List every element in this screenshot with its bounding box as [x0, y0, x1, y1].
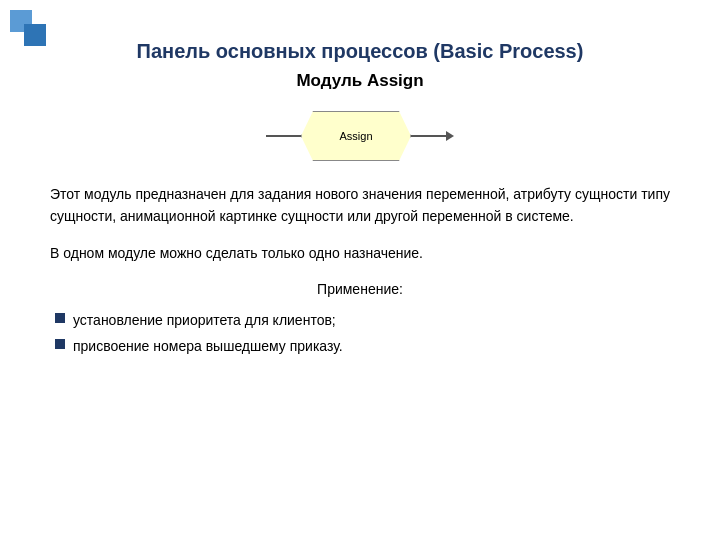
list-item: присвоение номера вышедшему приказу. [55, 335, 670, 357]
decoration-squares [10, 10, 46, 46]
connector-left [266, 135, 301, 137]
bullet-list: установление приоритета для клиентов; пр… [50, 309, 670, 358]
page: Панель основных процессов (Basic Process… [0, 0, 720, 540]
connector-right [411, 135, 446, 137]
assign-module-box: Assign [301, 111, 411, 161]
bullet-icon [55, 339, 65, 349]
note-paragraph: В одном модуле можно сделать только одно… [50, 242, 670, 264]
diagram-container: Assign [50, 111, 670, 161]
module-subtitle: Модуль Assign [50, 71, 670, 91]
description-paragraph: Этот модуль предназначен для задания нов… [50, 183, 670, 228]
assign-diagram: Assign [266, 111, 454, 161]
bullet-text-2: присвоение номера вышедшему приказу. [73, 335, 343, 357]
assign-module-label: Assign [339, 130, 372, 142]
bullet-icon [55, 313, 65, 323]
list-item: установление приоритета для клиентов; [55, 309, 670, 331]
application-label: Применение: [50, 278, 670, 300]
page-title: Панель основных процессов (Basic Process… [50, 40, 670, 63]
content-area: Этот модуль предназначен для задания нов… [50, 183, 670, 357]
arrow-icon [446, 131, 454, 141]
bullet-text-1: установление приоритета для клиентов; [73, 309, 336, 331]
